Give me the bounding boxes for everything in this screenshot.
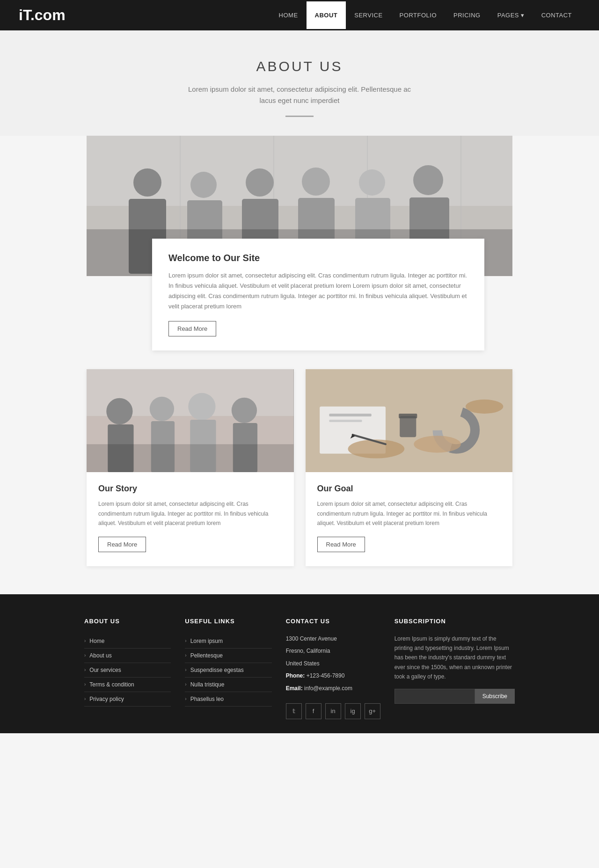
footer-useful-heading: USEFUL LINKS [185, 618, 271, 625]
navbar: iT.com HOME ABOUT SERVICE PORTFOLIO PRIC… [0, 0, 599, 30]
chevron-right-icon: › [84, 638, 86, 643]
nav-item-pages[interactable]: PAGES ▾ [489, 1, 533, 29]
goal-body: Lorem ipsum dolor sit amet, consectetur … [317, 499, 501, 528]
footer-phone: Phone: +123-456-7890 [286, 671, 380, 681]
svg-point-25 [188, 393, 215, 420]
svg-point-38 [414, 436, 461, 453]
nav-link-pricing[interactable]: PRICING [445, 1, 489, 29]
svg-point-39 [465, 400, 503, 414]
nav-link-home[interactable]: HOME [270, 1, 307, 29]
subscription-text: Lorem Ipsum is simply dummy text of the … [394, 634, 515, 682]
goal-heading: Our Goal [317, 484, 501, 494]
story-heading: Our Story [98, 484, 282, 494]
footer-subscription-heading: SUBSCRIPTION [394, 618, 515, 625]
svg-point-8 [190, 172, 217, 198]
footer-useful-3[interactable]: › Suspendisse egestas [185, 663, 271, 678]
nav-item-portfolio[interactable]: PORTFOLIO [391, 1, 445, 29]
footer-about-list: › Home › About us › Our services › Terms… [84, 634, 171, 707]
footer-useful-2[interactable]: › Pellentesque [185, 649, 271, 663]
svg-rect-34 [329, 420, 362, 422]
svg-point-14 [359, 169, 385, 196]
twitter-icon[interactable]: 𝕥 [286, 703, 302, 719]
svg-point-10 [246, 168, 274, 197]
nav-item-home[interactable]: HOME [270, 1, 307, 29]
svg-point-6 [133, 168, 161, 197]
story-body: Lorem ipsum dolor sit amet, consectetur … [98, 499, 282, 528]
nav-link-pages[interactable]: PAGES ▾ [489, 1, 533, 29]
two-col-section: Our Story Lorem ipsum dolor sit amet, co… [87, 369, 512, 566]
subscription-form: Subscribe [394, 689, 515, 704]
nav-item-pricing[interactable]: PRICING [445, 1, 489, 29]
chevron-right-icon: › [185, 682, 186, 687]
googleplus-icon[interactable]: g+ [365, 703, 380, 719]
subscription-email-input[interactable] [394, 689, 475, 704]
svg-rect-33 [329, 414, 372, 416]
footer-about-heading: ABOUT US [84, 618, 171, 625]
footer-contact-us: CONTACT US 1300 Center Avenue Fresno, Ca… [286, 618, 380, 719]
footer-useful-5[interactable]: › Phasellus leo [185, 692, 271, 707]
nav-link-about[interactable]: ABOUT [307, 1, 346, 29]
social-icons: 𝕥 f in ig g+ [286, 703, 380, 719]
svg-rect-40 [400, 416, 416, 437]
footer-about-us: ABOUT US › Home › About us › Our service… [84, 618, 171, 719]
footer: ABOUT US › Home › About us › Our service… [0, 594, 599, 733]
main-content: Welcome to Our Site Lorem ipsum dolor si… [87, 136, 512, 594]
hero-section: ABOUT US Lorem ipsum dolor sit amet, con… [0, 30, 599, 136]
story-photo [87, 369, 294, 472]
chevron-right-icon: › [84, 696, 86, 701]
goal-photo [306, 369, 513, 472]
chevron-right-icon: › [84, 653, 86, 658]
footer-useful-links: USEFUL LINKS › Lorem ipsum › Pellentesqu… [185, 618, 271, 719]
story-card: Our Story Lorem ipsum dolor sit amet, co… [87, 369, 294, 566]
welcome-body: Lorem ipsum dolor sit amet, consectetur … [168, 270, 468, 312]
footer-useful-4[interactable]: › Nulla tristique [185, 678, 271, 692]
footer-email: Email: info@example.com [286, 684, 380, 694]
story-read-more-button[interactable]: Read More [98, 537, 146, 552]
footer-contact-heading: CONTACT US [286, 618, 380, 625]
nav-item-contact[interactable]: CONTACT [533, 1, 580, 29]
footer-country: United States [286, 659, 380, 669]
nav-links: HOME ABOUT SERVICE PORTFOLIO PRICING PAG… [270, 1, 580, 29]
svg-point-16 [413, 165, 443, 195]
linkedin-icon[interactable]: in [325, 703, 341, 719]
nav-link-contact[interactable]: CONTACT [533, 1, 580, 29]
nav-item-about[interactable]: ABOUT [307, 1, 346, 29]
svg-point-12 [302, 168, 330, 196]
site-logo[interactable]: iT.com [19, 7, 66, 24]
footer-useful-list: › Lorem ipsum › Pellentesque › Suspendis… [185, 634, 271, 707]
footer-subscription: SUBSCRIPTION Lorem Ipsum is simply dummy… [394, 618, 515, 719]
welcome-heading: Welcome to Our Site [168, 253, 468, 263]
instagram-icon[interactable]: ig [345, 703, 361, 719]
story-content: Our Story Lorem ipsum dolor sit amet, co… [87, 472, 294, 566]
welcome-read-more-button[interactable]: Read More [168, 321, 216, 336]
footer-about-home[interactable]: › Home [84, 634, 171, 649]
nav-link-portfolio[interactable]: PORTFOLIO [391, 1, 445, 29]
facebook-icon[interactable]: f [306, 703, 321, 719]
footer-inner: ABOUT US › Home › About us › Our service… [70, 618, 529, 719]
page-title: ABOUT US [9, 58, 590, 74]
hero-description: Lorem ipsum dolor sit amet, consectetur … [183, 84, 416, 106]
subscription-button[interactable]: Subscribe [475, 689, 515, 704]
chevron-right-icon: › [185, 653, 186, 658]
footer-address: 1300 Center Avenue [286, 634, 380, 644]
footer-useful-1[interactable]: › Lorem ipsum [185, 634, 271, 649]
footer-about-terms[interactable]: › Terms & condition [84, 678, 171, 692]
chevron-right-icon: › [185, 696, 186, 701]
goal-card: Our Goal Lorem ipsum dolor sit amet, con… [306, 369, 513, 566]
chevron-right-icon: › [185, 667, 186, 672]
svg-point-23 [150, 397, 174, 421]
footer-about-privacy[interactable]: › Privacy policy [84, 692, 171, 707]
goal-read-more-button[interactable]: Read More [317, 537, 365, 552]
chevron-right-icon: › [185, 638, 186, 643]
svg-rect-41 [399, 414, 417, 418]
footer-city: Fresno, California [286, 646, 380, 656]
footer-about-services[interactable]: › Our services [84, 663, 171, 678]
chevron-right-icon: › [84, 667, 86, 672]
nav-link-service[interactable]: SERVICE [346, 1, 391, 29]
nav-item-service[interactable]: SERVICE [346, 1, 391, 29]
chevron-right-icon: › [84, 682, 86, 687]
footer-about-aboutus[interactable]: › About us [84, 649, 171, 663]
team-photo-container: Welcome to Our Site Lorem ipsum dolor si… [87, 136, 512, 350]
welcome-card: Welcome to Our Site Lorem ipsum dolor si… [152, 239, 484, 350]
svg-rect-29 [87, 445, 294, 473]
